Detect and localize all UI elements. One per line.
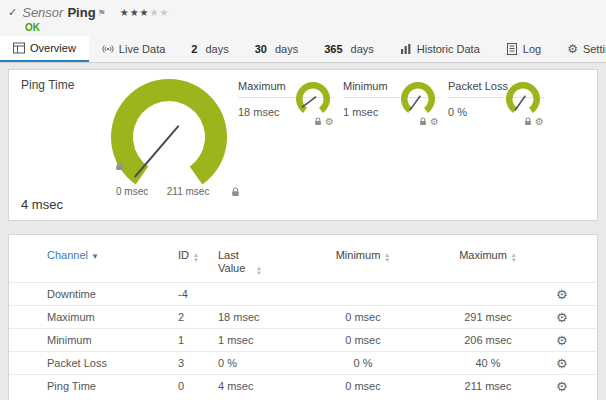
mini-gauges: Maximum 18 msec ⚙ Minimum 1 msec ⚙ <box>238 80 544 138</box>
table-row[interactable]: Maximum 2 18 msec 0 msec 291 msec ⚙ <box>9 305 597 328</box>
mini-gauge-dial <box>294 81 332 115</box>
channel-table-panel: Channel▼ ID▲▼ Last Value▲▼ Minimum▲▼ Max… <box>8 234 598 400</box>
status-check-icon: ✓ <box>8 6 17 19</box>
gauge-scale-lock-icon[interactable] <box>231 187 240 197</box>
ping-time-current-value: 4 msec <box>21 197 63 212</box>
tab-live-data[interactable]: Live Data <box>89 36 178 62</box>
priority-stars[interactable]: ★★★★★ <box>120 7 170 18</box>
table-header-row: Channel▼ ID▲▼ Last Value▲▼ Minimum▲▼ Max… <box>9 239 597 282</box>
column-header-channel-label: Channel <box>47 249 88 261</box>
column-header-maximum[interactable]: Maximum▲▼ <box>428 249 548 263</box>
sort-icon[interactable]: ▲▼ <box>384 253 390 263</box>
cell-maximum: 211 msec <box>428 380 548 392</box>
cell-maximum: 291 msec <box>428 311 548 323</box>
cell-channel: Ping Time <box>37 380 168 392</box>
gauge-min-lock-icon[interactable] <box>115 161 124 171</box>
tab-log[interactable]: Log <box>493 36 554 62</box>
sensor-prefix-label: Sensor <box>22 5 63 20</box>
channel-settings-gear-icon[interactable]: ⚙ <box>556 379 568 394</box>
tab-30-days[interactable]: 30 days <box>242 36 312 62</box>
cell-last-value: 4 msec <box>208 380 298 392</box>
tab-historic-data-label: Historic Data <box>417 43 480 55</box>
cell-id: -4 <box>168 288 208 300</box>
cell-minimum: 0 msec <box>298 311 428 323</box>
table-row[interactable]: Minimum 1 1 msec 0 msec 206 msec ⚙ <box>9 328 597 351</box>
cell-maximum: 206 msec <box>428 334 548 346</box>
column-header-id[interactable]: ID▲▼ <box>168 249 208 263</box>
column-header-maximum-label: Maximum <box>459 249 507 261</box>
column-header-last-value[interactable]: Last Value▲▼ <box>208 249 298 276</box>
mini-settings-gear-icon[interactable]: ⚙ <box>430 116 439 127</box>
tab-365-days-number: 365 <box>324 43 342 55</box>
cell-minimum: 0 % <box>298 357 428 369</box>
tab-overview-label: Overview <box>30 42 76 54</box>
mini-gauge-dial <box>399 81 437 115</box>
column-header-last-value-label: Last Value <box>218 249 252 275</box>
cell-maximum: 40 % <box>428 357 548 369</box>
channel-settings-gear-icon[interactable]: ⚙ <box>556 333 568 348</box>
mini-gauge-minimum: Minimum 1 msec ⚙ <box>343 80 439 138</box>
column-header-minimum[interactable]: Minimum▲▼ <box>298 249 428 263</box>
sensor-title: Ping <box>67 5 95 20</box>
tab-30-days-number: 30 <box>255 43 267 55</box>
column-header-channel[interactable]: Channel▼ <box>37 249 168 263</box>
tab-30-days-label: days <box>275 43 298 55</box>
ping-time-gauge: 0 msec 211 msec <box>104 75 244 197</box>
tab-historic-data[interactable]: Historic Data <box>387 36 493 62</box>
settings-gear-icon: ⚙ <box>567 42 578 56</box>
tab-settings[interactable]: ⚙ Settings <box>554 36 606 62</box>
cell-channel: Minimum <box>37 334 168 346</box>
stars-empty[interactable]: ★★ <box>150 7 170 18</box>
cell-minimum: 0 msec <box>298 380 428 392</box>
table-row[interactable]: Packet Loss 3 0 % 0 % 40 % ⚙ <box>9 351 597 374</box>
mini-lock-icon[interactable] <box>524 117 532 126</box>
cell-last-value: 18 msec <box>208 311 298 323</box>
chevron-down-icon: ▼ <box>91 252 99 261</box>
cell-id: 3 <box>168 357 208 369</box>
cell-channel: Packet Loss <box>37 357 168 369</box>
gauge-min-label: 0 msec <box>116 186 148 197</box>
cell-id: 1 <box>168 334 208 346</box>
tab-2-days[interactable]: 2 days <box>178 36 241 62</box>
sort-icon[interactable]: ▲▼ <box>511 253 517 263</box>
tab-365-days-label: days <box>351 43 374 55</box>
gauge-panel-title: Ping Time <box>21 78 74 92</box>
sensor-status-badge: OK <box>25 22 598 33</box>
mini-settings-gear-icon[interactable]: ⚙ <box>535 116 544 127</box>
priority-flag-icon[interactable]: ⚑ <box>98 8 106 18</box>
mini-lock-icon[interactable] <box>419 117 427 126</box>
mini-gauge-maximum: Maximum 18 msec ⚙ <box>238 80 334 138</box>
cell-channel: Downtime <box>37 288 168 300</box>
mini-gauge-packet-loss: Packet Loss 0 % ⚙ <box>448 80 544 138</box>
log-document-icon <box>506 43 518 55</box>
table-row[interactable]: Ping Time 0 4 msec 0 msec 211 msec ⚙ <box>9 374 597 397</box>
cell-last-value: 0 % <box>208 357 298 369</box>
overview-grid-icon <box>13 42 25 54</box>
tab-settings-label: Settings <box>583 43 606 55</box>
table-row[interactable]: Downtime -4 ⚙ <box>9 282 597 305</box>
tab-bar: Overview Live Data 2 days 30 days 365 da… <box>0 36 606 63</box>
cell-id: 2 <box>168 311 208 323</box>
tab-live-data-label: Live Data <box>119 43 165 55</box>
tab-log-label: Log <box>523 43 541 55</box>
sort-icon[interactable]: ▲▼ <box>193 253 199 263</box>
channel-settings-gear-icon[interactable]: ⚙ <box>556 287 568 302</box>
mini-lock-icon[interactable] <box>314 117 322 126</box>
channel-settings-gear-icon[interactable]: ⚙ <box>556 310 568 325</box>
live-data-signal-icon <box>102 43 114 55</box>
column-header-id-label: ID <box>178 249 189 261</box>
mini-settings-gear-icon[interactable]: ⚙ <box>325 116 334 127</box>
sort-icon[interactable]: ▲▼ <box>256 266 262 276</box>
sensor-header: ✓ Sensor Ping ⚑ ★★★★★ OK <box>0 0 606 36</box>
tab-2-days-number: 2 <box>191 43 197 55</box>
cell-last-value: 1 msec <box>208 334 298 346</box>
tab-365-days[interactable]: 365 days <box>311 36 387 62</box>
cell-minimum: 0 msec <box>298 334 428 346</box>
tab-overview[interactable]: Overview <box>0 36 89 62</box>
channel-settings-gear-icon[interactable]: ⚙ <box>556 356 568 371</box>
stars-filled[interactable]: ★★★ <box>120 7 150 18</box>
tab-2-days-label: days <box>205 43 228 55</box>
gauge-max-label: 211 msec <box>167 186 210 197</box>
ping-time-gauge-dial <box>104 75 234 197</box>
column-header-minimum-label: Minimum <box>336 249 381 261</box>
